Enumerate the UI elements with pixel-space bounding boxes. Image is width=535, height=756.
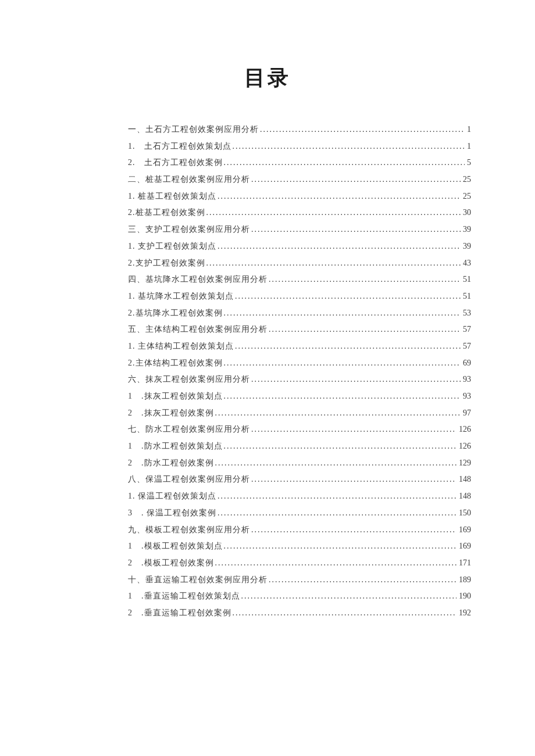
toc-entry: 3 . 保温工程创效案例150 — [128, 505, 471, 522]
toc-entry: 1 .抹灰工程创效策划点93 — [128, 388, 471, 405]
toc-entry-page: 39 — [461, 221, 471, 238]
toc-entry-label: 2.主体结构工程创效案例 — [128, 355, 223, 372]
toc-entry: 2.基坑降水工程创效案例53 — [128, 305, 471, 322]
toc-entry-label: 八、保温工程创效案例应用分析 — [128, 471, 250, 488]
toc-leader-dots — [234, 288, 461, 305]
toc-entry-page: 1 — [465, 121, 471, 138]
toc-entry-label: 1. 支护工程创效策划点 — [128, 238, 216, 255]
toc-entry: 2.桩基工程创效案例30 — [128, 205, 471, 221]
toc-entry-page: 192 — [456, 605, 471, 622]
toc-entry-label: 1 .抹灰工程创效策划点 — [128, 388, 223, 405]
toc-entry-label: 2 .防水工程创效案例 — [128, 455, 214, 472]
toc-leader-dots — [216, 488, 456, 505]
toc-entry: 三、支护工程创效案例应用分析39 — [128, 221, 471, 238]
toc-leader-dots — [250, 421, 456, 438]
toc-entry-label: 七、防水工程创效案例应用分析 — [128, 421, 250, 438]
toc-entry-page: 43 — [461, 255, 471, 272]
toc-entry: 六、抹灰工程创效案例应用分析93 — [128, 371, 471, 388]
toc-leader-dots — [214, 455, 457, 472]
toc-entry-page: 126 — [456, 421, 471, 438]
toc-entry-label: 2.基坑降水工程创效案例 — [128, 305, 223, 322]
toc-leader-dots — [223, 305, 461, 322]
toc-entry-page: 148 — [456, 471, 471, 488]
toc-entry-page: 93 — [461, 388, 471, 405]
toc-leader-dots — [250, 471, 456, 488]
toc-leader-dots — [268, 321, 461, 338]
toc-entry-page: 39 — [461, 238, 471, 255]
toc-leader-dots — [268, 572, 456, 589]
toc-leader-dots — [259, 121, 465, 138]
toc-leader-dots — [223, 538, 457, 555]
toc-leader-dots — [268, 271, 461, 288]
toc-entry: 2 .防水工程创效案例129 — [128, 455, 471, 472]
toc-entry-label: 1. 基坑降水工程创效策划点 — [128, 288, 234, 305]
toc-entry: 1. 桩基工程创效策划点25 — [128, 188, 471, 205]
toc-entry: 2.主体结构工程创效案例69 — [128, 355, 471, 372]
toc-entry: 2. 土石方工程创效案例5 — [128, 155, 471, 171]
toc-entry: 八、保温工程创效案例应用分析148 — [128, 471, 471, 488]
toc-entry: 1. 保温工程创效策划点148 — [128, 488, 471, 505]
toc-entry-page: 25 — [461, 171, 471, 188]
toc-entry-label: 十、垂直运输工程创效案例应用分析 — [128, 572, 268, 589]
toc-entry-label: 2 .抹灰工程创效案例 — [128, 405, 214, 422]
toc-leader-dots — [216, 505, 456, 522]
page-title: 目录 — [64, 64, 471, 92]
toc-entry-page: 171 — [456, 555, 471, 572]
toc-entry-page: 150 — [456, 505, 471, 522]
toc-entry-label: 1. 保温工程创效策划点 — [128, 488, 216, 505]
toc-entry: 二、桩基工程创效案例应用分析25 — [128, 171, 471, 188]
toc-entry-page: 69 — [461, 355, 471, 372]
toc-entry: 1. 基坑降水工程创效策划点51 — [128, 288, 471, 305]
toc-entry-label: 五、主体结构工程创效案例应用分析 — [128, 321, 268, 338]
toc-entry-label: 三、支护工程创效案例应用分析 — [128, 221, 250, 238]
toc-entry: 一、土石方工程创效案例应用分析1 — [128, 121, 471, 138]
toc-leader-dots — [216, 238, 461, 255]
toc-leader-dots — [223, 438, 457, 455]
toc-entry: 1 .模板工程创效策划点169 — [128, 538, 471, 555]
toc-entry: 四、基坑降水工程创效案例应用分析51 — [128, 271, 471, 288]
toc-entry: 十、垂直运输工程创效案例应用分析189 — [128, 572, 471, 589]
toc-entry-label: 3 . 保温工程创效案例 — [128, 505, 216, 522]
toc-entry-label: 2.支护工程创效案例 — [128, 255, 205, 272]
toc-leader-dots — [250, 371, 461, 388]
toc-entry-page: 51 — [461, 288, 471, 305]
toc-entry-page: 169 — [456, 538, 471, 555]
toc-entry-page: 97 — [461, 405, 471, 422]
toc-leader-dots — [250, 171, 461, 188]
toc-leader-dots — [223, 155, 465, 171]
toc-entry-label: 2.桩基工程创效案例 — [128, 205, 205, 221]
toc-leader-dots — [240, 588, 457, 605]
toc-entry: 1 .垂直运输工程创效策划点190 — [128, 588, 471, 605]
toc-entry-page: 169 — [456, 522, 471, 539]
toc-entry: 2 .模板工程创效案例171 — [128, 555, 471, 572]
toc-entry-page: 93 — [461, 371, 471, 388]
toc-entry: 七、防水工程创效案例应用分析126 — [128, 421, 471, 438]
toc-entry-page: 25 — [461, 188, 471, 205]
toc-entry-label: 1. 主体结构工程创效策划点 — [128, 338, 234, 355]
toc-leader-dots — [231, 605, 457, 622]
toc-leader-dots — [214, 405, 461, 422]
toc-leader-dots — [223, 388, 461, 405]
toc-leader-dots — [216, 188, 461, 205]
toc-entry-page: 126 — [456, 438, 471, 455]
toc-entry-label: 九、模板工程创效案例应用分析 — [128, 522, 250, 539]
toc-entry: 2.支护工程创效案例43 — [128, 255, 471, 272]
toc-entry: 1. 主体结构工程创效策划点57 — [128, 338, 471, 355]
toc-entry-label: 六、抹灰工程创效案例应用分析 — [128, 371, 250, 388]
toc-entry-label: 四、基坑降水工程创效案例应用分析 — [128, 271, 268, 288]
toc-entry-page: 1 — [465, 138, 471, 155]
toc-leader-dots — [231, 138, 465, 155]
toc-leader-dots — [250, 522, 456, 539]
toc-entry-label: 二、桩基工程创效案例应用分析 — [128, 171, 250, 188]
toc-entry-page: 30 — [461, 205, 471, 221]
toc-entry-label: 1 .模板工程创效策划点 — [128, 538, 223, 555]
toc-entry: 五、主体结构工程创效案例应用分析57 — [128, 321, 471, 338]
toc-leader-dots — [234, 338, 461, 355]
toc-entry-page: 190 — [456, 588, 471, 605]
toc-leader-dots — [214, 555, 457, 572]
toc-entry-page: 189 — [456, 572, 471, 589]
toc-entry-page: 53 — [461, 305, 471, 322]
toc-entry-label: 1 .防水工程创效策划点 — [128, 438, 223, 455]
toc-entry: 1 .防水工程创效策划点126 — [128, 438, 471, 455]
toc-entry-label: 2 .垂直运输工程创效案例 — [128, 605, 231, 622]
